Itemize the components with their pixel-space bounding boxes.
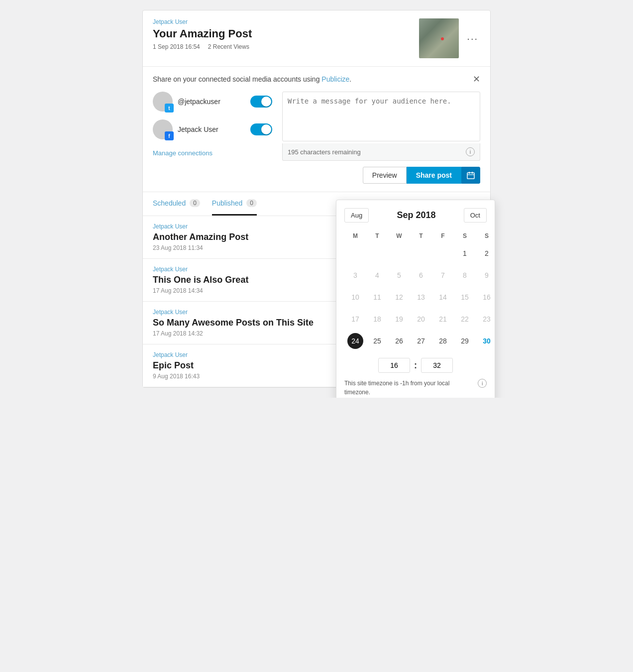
cal-day-14[interactable]: 14 <box>432 286 454 308</box>
next-month-button[interactable]: Oct <box>464 208 487 223</box>
cal-day-27[interactable]: 27 <box>410 330 432 352</box>
preview-button[interactable]: Preview <box>363 167 407 184</box>
post-meta: 1 Sep 2018 16:54 2 Recent Views <box>153 43 252 50</box>
scheduled-tab-label: Scheduled <box>153 199 186 207</box>
time-row: : <box>344 358 487 373</box>
twitter-avatar: t <box>153 92 173 112</box>
svg-rect-1 <box>469 172 470 174</box>
cal-week-2: 3 4 5 6 7 8 9 <box>344 264 498 286</box>
cal-day-19[interactable]: 19 <box>388 308 410 330</box>
manage-connections-link[interactable]: Manage connections <box>153 149 212 157</box>
share-panel: Share on your connected social media acc… <box>143 67 490 192</box>
time-minutes-input[interactable] <box>421 358 453 373</box>
cal-day-18[interactable]: 18 <box>366 308 388 330</box>
thumbnail-image <box>419 18 459 58</box>
share-description: Share on your connected social media acc… <box>153 75 351 83</box>
facebook-toggle[interactable] <box>250 123 272 135</box>
share-message-area: 195 characters remaining i Preview Share… <box>282 92 480 184</box>
tab-scheduled[interactable]: Scheduled 0 <box>153 192 200 216</box>
cal-day-7[interactable]: 7 <box>432 264 454 286</box>
cal-day-6[interactable]: 6 <box>410 264 432 286</box>
publicize-link[interactable]: Publicize <box>321 75 349 83</box>
post-title: Your Amazing Post <box>153 27 252 40</box>
cal-empty <box>432 242 454 264</box>
cal-day-2[interactable]: 2 <box>476 242 498 264</box>
account-row-facebook: f Jetpack User <box>153 119 272 139</box>
share-panel-header: Share on your connected social media acc… <box>153 75 480 84</box>
facebook-badge: f <box>165 131 174 140</box>
char-count-bar: 195 characters remaining i <box>282 143 480 161</box>
tz-note-text: This site timezone is -1h from your loca… <box>344 379 475 397</box>
char-count-info-icon[interactable]: i <box>466 147 475 156</box>
cal-day-15[interactable]: 15 <box>454 286 476 308</box>
cal-day-25[interactable]: 25 <box>366 330 388 352</box>
cal-day-20[interactable]: 20 <box>410 308 432 330</box>
weekday-mon: M <box>344 229 366 242</box>
cal-week-5: 24 25 26 27 28 29 30 <box>344 330 498 352</box>
tab-published[interactable]: Published 0 <box>212 192 257 216</box>
cal-day-10[interactable]: 10 <box>344 286 366 308</box>
cal-day-30[interactable]: 30 <box>476 330 498 352</box>
cal-empty <box>388 242 410 264</box>
cal-week-1: 1 2 <box>344 242 498 264</box>
cal-day-11[interactable]: 11 <box>366 286 388 308</box>
svg-rect-0 <box>467 173 474 179</box>
cal-day-1[interactable]: 1 <box>454 242 476 264</box>
prev-month-button[interactable]: Aug <box>344 208 369 223</box>
post-header-right: ··· <box>419 18 480 58</box>
cal-day-5[interactable]: 5 <box>388 264 410 286</box>
cal-day-24[interactable]: 24 <box>344 330 366 352</box>
post-date: 1 Sep 2018 16:54 <box>153 43 200 50</box>
cal-empty <box>410 242 432 264</box>
cal-day-8[interactable]: 8 <box>454 264 476 286</box>
char-count: 195 characters remaining <box>288 148 361 156</box>
post-header-left: Jetpack User Your Amazing Post 1 Sep 201… <box>153 18 252 50</box>
cal-day-3[interactable]: 3 <box>344 264 366 286</box>
post-views: 2 Recent Views <box>208 43 249 50</box>
weekday-tue: T <box>366 229 388 242</box>
time-hours-input[interactable] <box>378 358 410 373</box>
calendar-nav: Aug Sep 2018 Oct <box>344 208 487 223</box>
calendar-popup: Aug Sep 2018 Oct M T W T F S S <box>336 200 495 398</box>
weekday-wed: W <box>388 229 410 242</box>
share-actions: Preview Share post <box>282 167 480 184</box>
close-button[interactable]: ✕ <box>473 75 480 84</box>
twitter-account-name: @jetpackuser <box>178 98 245 106</box>
cal-day-17[interactable]: 17 <box>344 308 366 330</box>
calendar-grid: M T W T F S S 1 2 <box>344 229 498 352</box>
share-content: t @jetpackuser f Jetpack User Manage con… <box>153 92 480 184</box>
twitter-toggle[interactable] <box>250 96 272 108</box>
message-textarea[interactable] <box>282 92 480 141</box>
weekday-thu: T <box>410 229 432 242</box>
cal-day-16[interactable]: 16 <box>476 286 498 308</box>
cal-day-22[interactable]: 22 <box>454 308 476 330</box>
account-row-twitter: t @jetpackuser <box>153 92 272 112</box>
cal-day-13[interactable]: 13 <box>410 286 432 308</box>
cal-day-12[interactable]: 12 <box>388 286 410 308</box>
cal-day-29[interactable]: 29 <box>454 330 476 352</box>
facebook-account-name: Jetpack User <box>178 125 245 133</box>
share-accounts: t @jetpackuser f Jetpack User Manage con… <box>153 92 272 184</box>
scheduled-tab-badge: 0 <box>190 199 200 207</box>
post-header: Jetpack User Your Amazing Post 1 Sep 201… <box>143 10 490 67</box>
cal-day-9[interactable]: 9 <box>476 264 498 286</box>
cal-day-23[interactable]: 23 <box>476 308 498 330</box>
time-colon: : <box>414 360 417 371</box>
cal-day-4[interactable]: 4 <box>366 264 388 286</box>
more-menu-button[interactable]: ··· <box>465 31 480 46</box>
cal-day-28[interactable]: 28 <box>432 330 454 352</box>
post-thumbnail <box>419 18 459 58</box>
calendar-icon <box>467 171 475 179</box>
cal-day-21[interactable]: 21 <box>432 308 454 330</box>
calendar-weekdays: M T W T F S S <box>344 229 498 242</box>
svg-rect-2 <box>472 172 473 174</box>
tz-note: This site timezone is -1h from your loca… <box>344 379 487 397</box>
calendar-toggle-button[interactable] <box>461 167 480 184</box>
share-post-button[interactable]: Share post <box>407 167 461 184</box>
cal-week-4: 17 18 19 20 21 22 23 <box>344 308 498 330</box>
weekday-sat: S <box>454 229 476 242</box>
tz-info-icon[interactable]: i <box>478 379 487 388</box>
facebook-avatar: f <box>153 119 173 139</box>
cal-day-26[interactable]: 26 <box>388 330 410 352</box>
weekday-sun: S <box>476 229 498 242</box>
